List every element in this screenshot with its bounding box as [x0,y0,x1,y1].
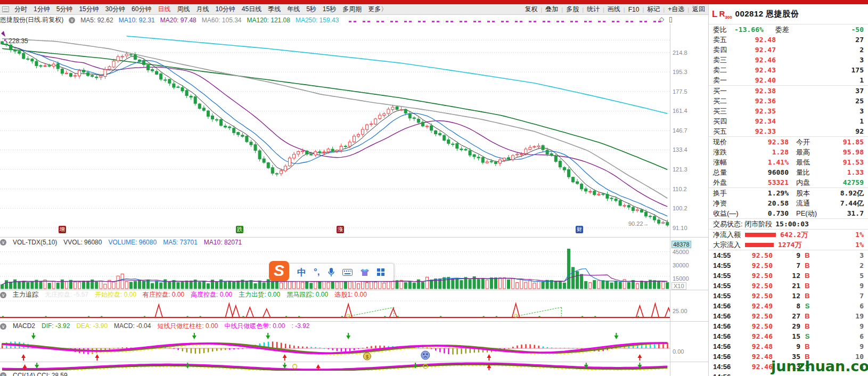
window-title-bar[interactable] [0,0,868,4]
period-menu-bar: 分时1分钟5分钟15分钟30分钟60分钟日线周线月线10分钟45日线季线年线5秒… [0,4,708,15]
detail-row[interactable]: 换手1.29%股本8.92亿 [709,188,868,198]
tick-row[interactable]: 14:5692.4615S6 [709,331,868,341]
bidask-row[interactable]: 卖一92.401 [709,75,868,85]
tool-item-多股[interactable]: 多股 [563,5,582,14]
period-item-60分钟[interactable]: 60分钟 [128,5,154,13]
volume-collapse-icon[interactable]: ∨ [0,239,6,246]
detail-row[interactable]: 总量96080量比1.33 [709,167,868,177]
tick-row[interactable]: 14:5692.498S6 [709,301,868,311]
detail-row[interactable]: 净资20.58流通7.44亿 [709,198,868,208]
period-item-10分钟[interactable]: 10分钟 [212,5,238,13]
volume-max-tag: 48378 [672,241,691,248]
high-price-annotation: ↖228.35 [3,37,28,45]
event-badge-财[interactable]: 财 [576,226,583,233]
period-item-多周期[interactable]: 多周期 [339,5,365,13]
macd-axis-label: 0.00 [673,348,706,355]
tick-row[interactable]: 14:5692.489B9 [709,341,868,352]
weibi-value: -13.66% [734,26,764,34]
mic-icon[interactable] [327,267,335,277]
detail-row[interactable]: 收益(—)0.730PE(动)31.7 [709,208,868,218]
cci-chart[interactable] [0,362,670,371]
cci-label: CCI(14) CCI: 28.59 [13,372,68,376]
ask-levels: 卖五92.4827卖四92.472卖三92.463卖二92.43175卖一92.… [709,35,868,85]
period-item-30分钟[interactable]: 30分钟 [102,5,128,13]
ma-value-labels: MA5: 92.62MA10: 92.31MA20: 97.48MA60: 10… [80,17,344,24]
weicha-label: 委差 [775,25,789,35]
macd-collapse-icon[interactable]: ∨ [0,323,6,330]
period-item-5秒[interactable]: 5秒 [303,5,320,13]
bidask-row[interactable]: 卖二92.43175 [709,65,868,75]
tool-item-叠加[interactable]: 叠加 [542,5,561,14]
tool-item-+自选[interactable]: +自选 [665,5,687,14]
chart-title: 恩捷股份(日线.前复权) [0,15,63,24]
event-badge-增[interactable]: 增 [59,226,66,233]
bidask-row[interactable]: 买五92.3392 [709,126,868,136]
bidask-row[interactable]: 买二92.3625 [709,96,868,106]
detail-row[interactable]: 涨幅1.41%最低91.53 [709,157,868,167]
apps-grid-icon[interactable] [377,268,384,276]
skin-icon[interactable] [360,268,370,276]
zhuli-collapse-icon[interactable]: ∨ [0,292,6,298]
punctuation-icon[interactable]: °, [314,267,320,277]
period-item-15分钟[interactable]: 15分钟 [76,5,102,13]
flag-r300: R300 [719,9,732,20]
layout-switch-icon[interactable]: ▯ [669,15,673,23]
detail-row[interactable]: 外盘53321内盘42759 [709,177,868,187]
period-item-年线[interactable]: 年线 [284,5,303,13]
bidask-row[interactable]: 卖三92.463 [709,55,868,65]
period-item-分时[interactable]: 分时 [11,5,30,13]
tool-item-返回[interactable]: 返回 [689,5,708,14]
bidask-row[interactable]: 买四92.341 [709,116,868,126]
tool-item-F10[interactable]: F10 [625,6,643,13]
bidask-row[interactable]: 买三92.353 [709,106,868,116]
period-item-45日线[interactable]: 45日线 [239,5,265,13]
cci-collapse-icon[interactable]: ∨ [0,372,6,376]
collapse-chevron-icon[interactable]: ∨ [69,17,75,23]
detail-row[interactable]: 现价92.38今开91.85 [709,137,868,147]
zhuli-indicator-chart[interactable] [0,300,670,321]
event-badge-涨[interactable]: 涨 [337,226,344,233]
tool-item-复权[interactable]: 复权 [521,5,541,14]
menu-grid-icon[interactable] [2,6,9,12]
diamond-icon[interactable]: ◇ [659,15,664,23]
bidask-row[interactable]: 卖四92.472 [709,45,868,55]
period-item-季线[interactable]: 季线 [265,5,284,13]
period-item-月线[interactable]: 月线 [193,5,212,13]
zhuli-panel-header: ∨ 主力追踪无庄控盘: -5.57开始控盘: 0.00有庄控盘: 0.00高度控… [0,290,670,299]
sogou-logo-icon[interactable]: S [269,261,289,281]
keyboard-icon[interactable] [342,269,353,276]
tick-list[interactable]: 14:5592.509B314:5592.507B214:5592.5012B5… [709,250,868,376]
period-item-1分钟[interactable]: 1分钟 [30,5,53,13]
tool-item-统计[interactable]: 统计 [584,5,603,14]
main-kline-chart[interactable] [0,24,670,238]
period-item-日线[interactable]: 日线 [154,5,174,13]
detail-row[interactable]: 涨跌1.28最高95.98 [709,147,868,157]
last-price-annotation: 90.22→ [628,220,649,227]
tick-row[interactable]: 14:5592.5012B5 [709,271,868,281]
bidask-row[interactable]: 买一92.3837 [709,86,868,96]
period-item-15秒[interactable]: 15秒 [320,5,339,13]
tick-row[interactable]: 14:5692.5029B9 [709,321,868,331]
stock-code-name: 002812 恩捷股份 [735,9,799,19]
period-item-周线[interactable]: 周线 [174,5,193,13]
ime-toolbar[interactable]: S 中 °, [272,263,394,281]
quote-panel: L R300 002812 恩捷股份 委比 -13.66% 委差 -50 卖五9… [708,4,868,376]
tick-row[interactable]: 14:5592.5021B9 [709,281,868,291]
chart-header: 恩捷股份(日线.前复权) ∨ MA5: 92.62MA10: 92.31MA20… [0,15,708,24]
trade-status-label: 交易状态: 闭市阶段 [713,219,772,229]
tick-row[interactable]: 14:5692.5027B19 [709,311,868,321]
tick-row[interactable]: 14:5592.509B3 [709,250,868,260]
stock-name-header[interactable]: L R300 002812 恩捷股份 [709,4,868,24]
tick-row[interactable]: 14:5592.5012B7 [709,291,868,301]
bid-levels: 买一92.3837买二92.3625买三92.353买四92.341买五92.3… [709,86,868,136]
bidask-row[interactable]: 卖五92.4827 [709,35,868,45]
tool-item-画线[interactable]: 画线 [604,5,624,14]
macd-chart[interactable]: $ [0,332,670,362]
tool-item-标记[interactable]: 标记 [644,5,663,14]
detail-grid: 现价92.38今开91.85涨跌1.28最高95.98涨幅1.41%最低91.5… [709,137,868,187]
ime-lang-toggle[interactable]: 中 [297,266,306,279]
event-badge-跌[interactable]: 跌 [236,226,243,233]
period-item-更多〉[interactable]: 更多〉 [365,5,390,13]
period-item-5分钟[interactable]: 5分钟 [53,5,76,13]
tick-row[interactable]: 14:5592.507B2 [709,260,868,271]
